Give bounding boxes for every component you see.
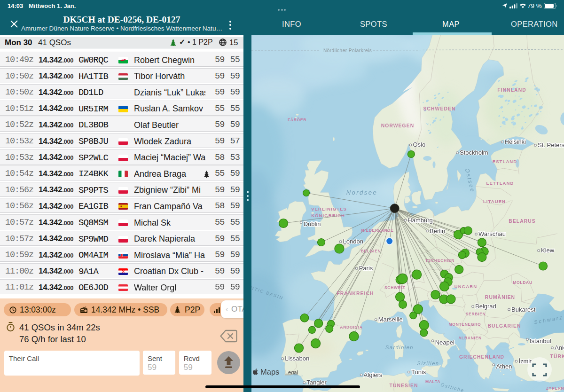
svg-text:Belgrad: Belgrad bbox=[475, 303, 496, 310]
svg-text:FRANKREICH: FRANKREICH bbox=[337, 291, 374, 296]
svg-text:Neapel: Neapel bbox=[435, 339, 454, 346]
svg-text:Hamburg: Hamburg bbox=[407, 217, 432, 224]
svg-text:Athen: Athen bbox=[496, 363, 512, 370]
svg-text:Maps: Maps bbox=[260, 368, 279, 376]
svg-text:Algiers: Algiers bbox=[364, 371, 383, 378]
svg-text:TUNESIEN: TUNESIEN bbox=[390, 383, 418, 388]
svg-text:Tangier: Tangier bbox=[306, 379, 327, 386]
svg-text:Helsinki: Helsinki bbox=[505, 138, 526, 145]
svg-text:VEREINIGTES: VEREINIGTES bbox=[311, 206, 347, 212]
svg-text:Dublin: Dublin bbox=[304, 220, 321, 227]
svg-text:Istanbul: Istanbul bbox=[530, 337, 551, 345]
svg-text:RUMÄNIEN: RUMÄNIEN bbox=[485, 294, 515, 300]
svg-text:NORWEGEN: NORWEGEN bbox=[381, 123, 414, 128]
svg-text:SCHWEIZ: SCHWEIZ bbox=[384, 285, 405, 290]
svg-text:BELARUS: BELARUS bbox=[509, 219, 535, 224]
svg-text:SERBIEN: SERBIEN bbox=[466, 312, 486, 316]
svg-text:MONTENEGRO: MONTENEGRO bbox=[449, 322, 481, 327]
svg-text:BELGIEN: BELGIEN bbox=[361, 249, 381, 253]
svg-text:TSCHECHIEN: TSCHECHIEN bbox=[425, 258, 454, 263]
svg-text:MALTA: MALTA bbox=[425, 379, 440, 384]
svg-text:Legal: Legal bbox=[285, 369, 298, 375]
svg-text:LETTLAND: LETTLAND bbox=[486, 180, 514, 186]
svg-text:FINNLAND: FINNLAND bbox=[497, 87, 526, 93]
svg-text:Sardinien: Sardinien bbox=[385, 345, 414, 350]
svg-text:BULGARIEN: BULGARIEN bbox=[487, 323, 521, 329]
svg-text:ESTLAND: ESTLAND bbox=[493, 159, 517, 164]
svg-text:KÖNIGREICH: KÖNIGREICH bbox=[311, 213, 345, 218]
svg-text:Marseille: Marseille bbox=[378, 316, 403, 323]
svg-text:Paris: Paris bbox=[359, 265, 373, 272]
svg-text:Tunis: Tunis bbox=[411, 368, 426, 376]
svg-text:GRIECHENLAND: GRIECHENLAND bbox=[459, 354, 504, 360]
svg-text:SCHWEDEN: SCHWEDEN bbox=[423, 106, 456, 111]
svg-text:Warschau: Warschau bbox=[478, 230, 506, 237]
svg-text:St. Petersb: St. Petersb bbox=[538, 141, 564, 149]
svg-text:ALBANIEN: ALBANIEN bbox=[458, 336, 482, 340]
svg-text:MOLDAU: MOLDAU bbox=[513, 280, 533, 285]
svg-text:FÄRÖER: FÄRÖER bbox=[288, 118, 306, 122]
svg-text:Oslo: Oslo bbox=[413, 141, 425, 148]
svg-text:ZYPERN: ZYPERN bbox=[546, 386, 564, 391]
svg-text:Berlin: Berlin bbox=[430, 227, 445, 235]
svg-text:UNGARN: UNGARN bbox=[454, 284, 477, 289]
svg-text:Kiew: Kiew bbox=[541, 247, 555, 254]
svg-text:Sizilien: Sizilien bbox=[417, 361, 439, 366]
svg-text:Nordsee: Nordsee bbox=[346, 189, 378, 196]
svg-text:Bukarest: Bukarest bbox=[511, 306, 536, 313]
svg-text:Nördlicher Polarkreis: Nördlicher Polarkreis bbox=[323, 48, 372, 53]
svg-text:Lissabon: Lissabon bbox=[285, 355, 309, 362]
svg-text:ANDORRA: ANDORRA bbox=[340, 325, 362, 329]
svg-text:London: London bbox=[343, 238, 363, 245]
svg-text:Ank: Ank bbox=[555, 344, 564, 351]
svg-text:LITAUEN: LITAUEN bbox=[483, 199, 506, 204]
svg-text:TÜRKEI: TÜRKEI bbox=[550, 353, 564, 359]
svg-text:Stockholm: Stockholm bbox=[460, 149, 488, 156]
svg-text:NIEDERLANDE: NIEDERLANDE bbox=[361, 228, 393, 233]
